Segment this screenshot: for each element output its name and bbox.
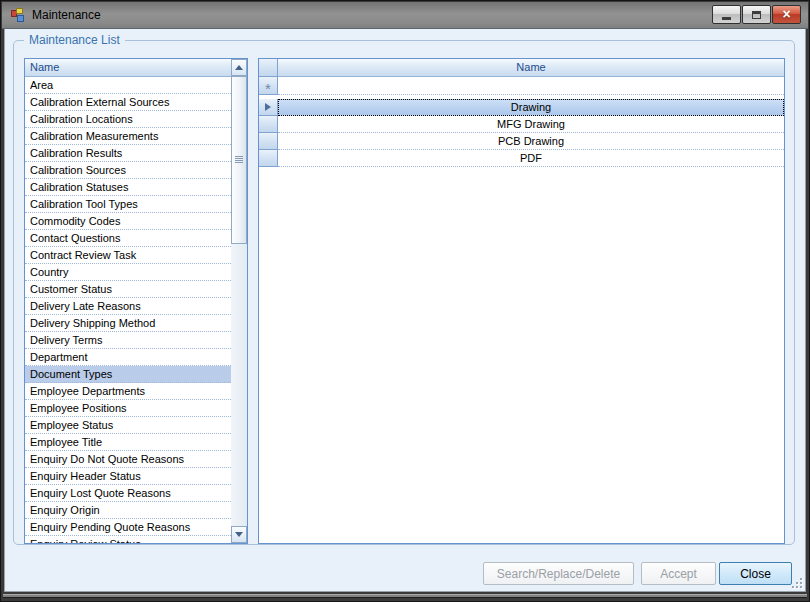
list-item[interactable]: Enquiry Do Not Quote Reasons bbox=[25, 451, 231, 468]
scroll-up-button[interactable] bbox=[231, 59, 247, 76]
grid-row[interactable]: PDF bbox=[259, 150, 784, 167]
list-item[interactable]: Employee Positions bbox=[25, 400, 231, 417]
grid-column-header[interactable]: Name bbox=[278, 59, 784, 77]
list-item[interactable]: Calibration Results bbox=[25, 145, 231, 162]
window-controls: × bbox=[712, 5, 801, 24]
maintenance-values-grid: Name * Drawing MFG Dra bbox=[258, 58, 785, 544]
list-item[interactable]: Employee Title bbox=[25, 434, 231, 451]
row-header-cell[interactable] bbox=[259, 116, 278, 133]
list-item[interactable]: Enquiry Lost Quote Reasons bbox=[25, 485, 231, 502]
minimize-button[interactable] bbox=[712, 5, 741, 24]
scroll-down-icon bbox=[235, 532, 243, 537]
list-item[interactable]: Employee Departments bbox=[25, 383, 231, 400]
close-button[interactable]: Close bbox=[719, 562, 792, 585]
scroll-down-button[interactable] bbox=[231, 526, 247, 543]
list-item[interactable]: Delivery Shipping Method bbox=[25, 315, 231, 332]
list-item[interactable]: Calibration External Sources bbox=[25, 94, 231, 111]
groupbox-label: Maintenance List bbox=[24, 33, 125, 47]
window-bottom-frame bbox=[3, 594, 807, 598]
list-item[interactable]: Calibration Tool Types bbox=[25, 196, 231, 213]
maximize-icon bbox=[752, 11, 761, 19]
grid-row[interactable]: PCB Drawing bbox=[259, 133, 784, 150]
maintenance-list-groupbox: Maintenance List Name Area Calibration E… bbox=[13, 40, 795, 545]
current-row-header-cell[interactable] bbox=[259, 99, 278, 116]
window-title: Maintenance bbox=[32, 8, 101, 22]
maintenance-window: Maintenance × Maintenance List Name Area… bbox=[0, 0, 810, 602]
search-replace-delete-button[interactable]: Search/Replace/Delete bbox=[483, 562, 634, 585]
list-item-selected[interactable]: Document Types bbox=[25, 366, 231, 383]
list-item[interactable]: Contract Review Task bbox=[25, 247, 231, 264]
minimize-icon bbox=[722, 17, 731, 20]
form-icon-blue-square bbox=[17, 15, 24, 22]
list-item[interactable]: Calibration Sources bbox=[25, 162, 231, 179]
grid-cell[interactable]: Drawing bbox=[278, 99, 784, 116]
list-item[interactable]: Calibration Measurements bbox=[25, 128, 231, 145]
grid-header-row: Name bbox=[259, 59, 784, 77]
close-icon: × bbox=[782, 6, 790, 23]
current-row-arrow-icon bbox=[265, 103, 271, 111]
left-list-rows: Area Calibration External Sources Calibr… bbox=[25, 77, 231, 543]
list-item[interactable]: Enquiry Review Status bbox=[25, 536, 231, 543]
grid-corner-cell[interactable] bbox=[259, 59, 278, 77]
grid-cell[interactable]: MFG Drawing bbox=[278, 116, 784, 133]
resize-grip[interactable] bbox=[791, 577, 802, 588]
list-item[interactable]: Enquiry Header Status bbox=[25, 468, 231, 485]
list-item[interactable]: Customer Status bbox=[25, 281, 231, 298]
list-item[interactable]: Employee Status bbox=[25, 417, 231, 434]
list-item[interactable]: Calibration Statuses bbox=[25, 179, 231, 196]
grid-cell[interactable]: PCB Drawing bbox=[278, 133, 784, 150]
list-item[interactable]: Enquiry Pending Quote Reasons bbox=[25, 519, 231, 536]
row-header-cell[interactable] bbox=[259, 133, 278, 150]
form-icon-yellow-square bbox=[16, 8, 23, 14]
scrollbar-thumb[interactable] bbox=[231, 76, 247, 244]
list-item[interactable]: Delivery Terms bbox=[25, 332, 231, 349]
left-list-scrollbar[interactable] bbox=[231, 59, 247, 543]
grid-row-selected[interactable]: Drawing bbox=[259, 99, 784, 116]
left-list-column-header[interactable]: Name bbox=[25, 59, 231, 77]
new-row-cell[interactable] bbox=[278, 77, 784, 95]
list-item[interactable]: Delivery Late Reasons bbox=[25, 298, 231, 315]
titlebar[interactable]: Maintenance × bbox=[2, 2, 808, 29]
accept-button[interactable]: Accept bbox=[641, 562, 716, 585]
list-item[interactable]: Contact Questions bbox=[25, 230, 231, 247]
form-icon[interactable] bbox=[10, 7, 26, 23]
client-area: Maintenance List Name Area Calibration E… bbox=[4, 29, 806, 592]
maximize-button[interactable] bbox=[742, 5, 771, 24]
new-row-header-cell[interactable]: * bbox=[259, 77, 278, 95]
scrollbar-grip-icon bbox=[235, 156, 243, 164]
maintenance-categories-grid: Name Area Calibration External Sources C… bbox=[24, 58, 248, 544]
row-header-cell[interactable] bbox=[259, 150, 278, 167]
grid-new-row[interactable]: * bbox=[259, 77, 784, 95]
grid-row[interactable]: MFG Drawing bbox=[259, 116, 784, 133]
scroll-up-icon bbox=[235, 65, 243, 70]
list-item[interactable]: Country bbox=[25, 264, 231, 281]
list-item[interactable]: Commodity Codes bbox=[25, 213, 231, 230]
list-item[interactable]: Area bbox=[25, 77, 231, 94]
new-row-asterisk-icon: * bbox=[265, 85, 271, 93]
list-item[interactable]: Department bbox=[25, 349, 231, 366]
grid-cell[interactable]: PDF bbox=[278, 150, 784, 167]
list-item[interactable]: Calibration Locations bbox=[25, 111, 231, 128]
titlebar-close-button[interactable]: × bbox=[772, 5, 801, 24]
list-item[interactable]: Enquiry Origin bbox=[25, 502, 231, 519]
